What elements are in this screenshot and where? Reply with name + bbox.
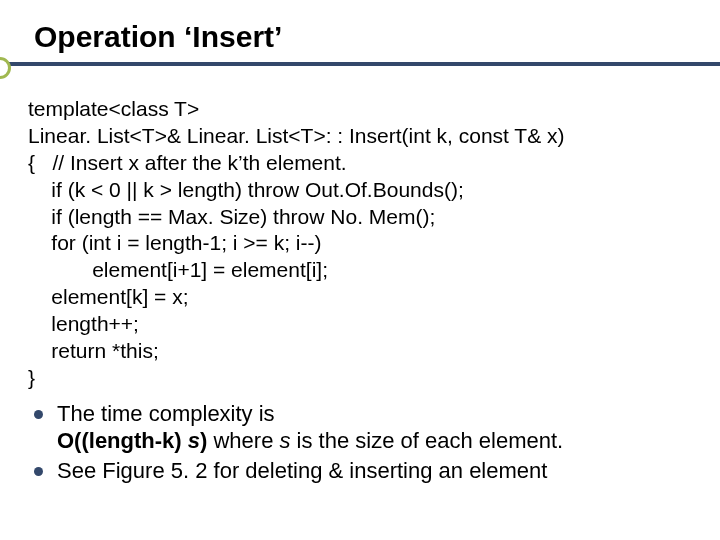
var-s: s <box>280 428 291 453</box>
accent-circle-icon <box>0 57 11 79</box>
notes-block: The time complexity is O((length-k) s) w… <box>28 400 692 485</box>
title-region: Operation ‘Insert’ <box>28 20 692 60</box>
code-block: template<class T> Linear. List<T>& Linea… <box>28 96 692 392</box>
code-line: element[k] = x; <box>28 285 188 308</box>
code-line: template<class T> <box>28 97 199 120</box>
title-underline <box>0 62 720 66</box>
note-item: The time complexity is O((length-k) s) w… <box>28 400 692 455</box>
bullet-icon <box>34 467 43 476</box>
code-line: } <box>28 366 35 389</box>
content-area: template<class T> Linear. List<T>& Linea… <box>28 74 692 484</box>
note-item: See Figure 5. 2 for deleting & inserting… <box>28 457 692 485</box>
note-tail: is the size of each element. <box>291 428 564 453</box>
code-line: if (length == Max. Size) throw No. Mem()… <box>28 205 435 228</box>
code-line: length++; <box>28 312 139 335</box>
note-where: where <box>207 428 279 453</box>
note-line: The time complexity is <box>57 401 275 426</box>
note-text: The time complexity is O((length-k) s) w… <box>57 400 692 455</box>
note-text: See Figure 5. 2 for deleting & inserting… <box>57 457 692 485</box>
code-line: if (k < 0 || k > length) throw Out.Of.Bo… <box>28 178 464 201</box>
code-line: Linear. List<T>& Linear. List<T>: : Inse… <box>28 124 565 147</box>
slide-title: Operation ‘Insert’ <box>28 20 692 60</box>
bullet-icon <box>34 410 43 419</box>
slide: Operation ‘Insert’ template<class T> Lin… <box>0 0 720 540</box>
code-line: { // Insert x after the k’th element. <box>28 151 347 174</box>
complexity-s: s <box>188 428 200 453</box>
code-line: return *this; <box>28 339 159 362</box>
code-line: for (int i = length-1; i >= k; i--) <box>28 231 322 254</box>
code-line: element[i+1] = element[i]; <box>28 258 328 281</box>
complexity-prefix: O((length-k) <box>57 428 188 453</box>
